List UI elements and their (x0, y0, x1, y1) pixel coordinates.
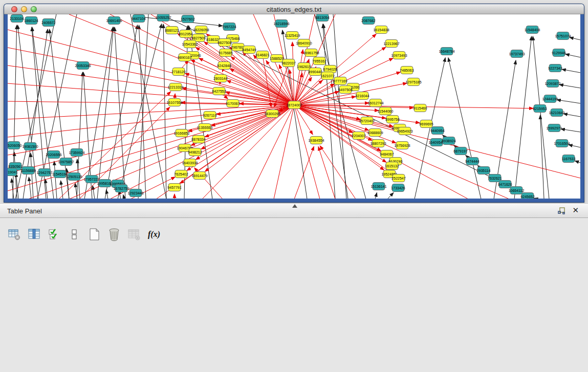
graph-node[interactable]: 19958167 (97, 180, 113, 187)
graph-node[interactable]: 10973493 (391, 52, 407, 59)
create-table-icon[interactable] (87, 227, 101, 242)
graph-node[interactable]: 9822037 (281, 59, 295, 67)
graph-node[interactable]: 1962615 (297, 63, 311, 71)
graph-node[interactable]: 11544060 (378, 107, 394, 115)
graph-node[interactable]: 16012744 (367, 99, 383, 107)
graph-node[interactable]: 9319041 (8, 168, 18, 176)
graph-node[interactable]: 17957223 (83, 176, 99, 183)
graph-node[interactable]: 9227343 (548, 64, 562, 72)
select-columns-icon[interactable] (47, 227, 61, 242)
graph-node[interactable]: 11545194 (52, 170, 68, 178)
graph-node[interactable]: 20053346 (75, 62, 91, 70)
graph-node[interactable]: 8912954 (179, 30, 192, 38)
graph-node[interactable]: 2133104 (10, 15, 24, 23)
graph-node[interactable]: 12505135 (66, 173, 82, 181)
graph-node[interactable]: 3216044 (355, 92, 369, 100)
graph-node[interactable]: 9457791 (167, 184, 181, 191)
row-height-icon[interactable] (67, 227, 81, 242)
graph-node[interactable]: 10975857 (58, 158, 74, 166)
graph-node[interactable]: 9146821 (255, 51, 269, 59)
graph-node[interactable]: 9115460 (413, 104, 427, 112)
graph-node[interactable]: 9440954 (430, 127, 444, 135)
graph-node[interactable]: 9890167 (178, 54, 191, 61)
graph-node[interactable]: 1527602 (181, 15, 194, 23)
graph-node[interactable]: 1621072 (320, 72, 334, 80)
graph-node[interactable]: 9498212 (188, 148, 202, 156)
graph-node[interactable]: 1588520 (270, 55, 284, 62)
graph-node[interactable]: 12444195 (542, 95, 558, 103)
delete-table-icon[interactable] (107, 227, 121, 242)
graph-node[interactable]: 16403934 (182, 159, 198, 167)
graph-node[interactable]: 9129946 (552, 49, 565, 57)
graph-node[interactable]: 8995758 (385, 116, 399, 123)
graph-node[interactable]: 8938924 (442, 137, 455, 145)
panel-resize-grip[interactable] (292, 204, 297, 208)
graph-node[interactable]: 10688609 (367, 129, 383, 137)
graph-node[interactable]: 17359924 (69, 149, 84, 157)
graph-node[interactable]: 8660123 (165, 27, 179, 34)
graph-node[interactable]: 9474444 (465, 158, 479, 165)
graph-node[interactable]: 2405572 (41, 19, 55, 27)
graph-node[interactable]: 9245652 (520, 193, 534, 199)
graph-node[interactable]: 15720407 (359, 117, 375, 125)
window-titlebar[interactable]: citations_edges.txt (4, 4, 584, 14)
graph-node[interactable]: 10543362 (182, 40, 198, 48)
graph-node[interactable]: 12213319 (167, 83, 183, 91)
graph-node[interactable]: 25206050 (8, 142, 22, 149)
graph-node[interactable]: 12975185 (405, 78, 421, 86)
graph-node[interactable]: 16782759 (113, 185, 129, 192)
graph-node[interactable]: 12213967 (383, 40, 399, 48)
graph-node[interactable]: 19756928 (394, 142, 410, 149)
graph-node[interactable]: 17016504 (554, 140, 570, 147)
float-panel-icon[interactable] (557, 207, 565, 215)
graph-node[interactable]: 2522547 (391, 174, 405, 182)
graph-node[interactable]: 10654112 (509, 187, 525, 194)
graph-node[interactable]: 2803144 (213, 75, 227, 82)
graph-node[interactable]: 9170067 (226, 100, 239, 107)
graph-node[interactable]: 1733426 (391, 184, 405, 192)
graph-node[interactable]: 19081500 (22, 143, 38, 150)
graph-node[interactable]: 9699695 (419, 120, 433, 128)
graph-node[interactable]: 2718120 (171, 68, 185, 76)
graph-node[interactable]: 8990440 (308, 68, 322, 76)
graph-node[interactable]: 8878334 (191, 136, 205, 143)
graph-node[interactable]: 1615132 (385, 162, 399, 170)
graph-node[interactable]: 7485063 (400, 67, 413, 74)
graph-node[interactable]: 2204007 (352, 132, 365, 140)
graph-node[interactable]: 16914479 (191, 172, 207, 180)
graph-node[interactable]: 19737493 (509, 50, 525, 58)
graph-node[interactable]: 9827508 (217, 39, 231, 47)
graph-node[interactable]: 7625402 (174, 170, 188, 178)
graph-node[interactable]: 8454749 (242, 46, 256, 54)
graph-node[interactable]: 9242848 (217, 62, 231, 70)
graph-node[interactable]: 7957224 (222, 23, 236, 31)
graph-node[interactable]: 18226058 (193, 26, 209, 34)
graph-node[interactable]: 16961758 (303, 49, 319, 57)
graph-node[interactable]: 16154838 (373, 26, 389, 34)
graph-node[interactable]: 9484067 (380, 150, 394, 158)
graph-node[interactable]: 8813054 (315, 14, 329, 21)
graph-node[interactable]: 16107554 (166, 99, 182, 106)
graph-node[interactable]: 11355553 (197, 124, 213, 132)
graph-node[interactable]: 19384554 (308, 137, 324, 144)
graph-node[interactable]: 12942757 (36, 169, 52, 177)
graph-node[interactable]: 11548408 (525, 26, 540, 34)
graph-node[interactable]: 15136141 (371, 183, 386, 190)
graph-node[interactable]: 6879197 (453, 147, 467, 155)
graph-node[interactable]: 15751074 (555, 32, 571, 40)
graph-node[interactable]: 12923448 (127, 189, 143, 197)
graph-node[interactable]: 9777169 (333, 77, 347, 85)
network-canvas[interactable]: 1872400718300295193845548660123891295418… (8, 14, 580, 199)
graph-node[interactable]: 20206556 (46, 151, 61, 159)
graph-node[interactable]: 9447104 (132, 15, 145, 23)
graph-node[interactable]: 2087682 (361, 17, 375, 25)
graph-node[interactable]: 16210643 (549, 109, 564, 117)
import-table-icon[interactable] (127, 227, 141, 242)
graph-node[interactable]: 9267110 (203, 112, 217, 119)
graph-node[interactable]: 18724007 (286, 101, 302, 109)
show-column-icon[interactable] (27, 227, 41, 242)
graph-node[interactable]: 1860124 (24, 17, 38, 25)
function-builder-icon[interactable]: f(x) (147, 227, 161, 242)
graph-node[interactable]: 11156889 (20, 167, 36, 174)
graph-node[interactable]: 15992971 (546, 124, 562, 132)
